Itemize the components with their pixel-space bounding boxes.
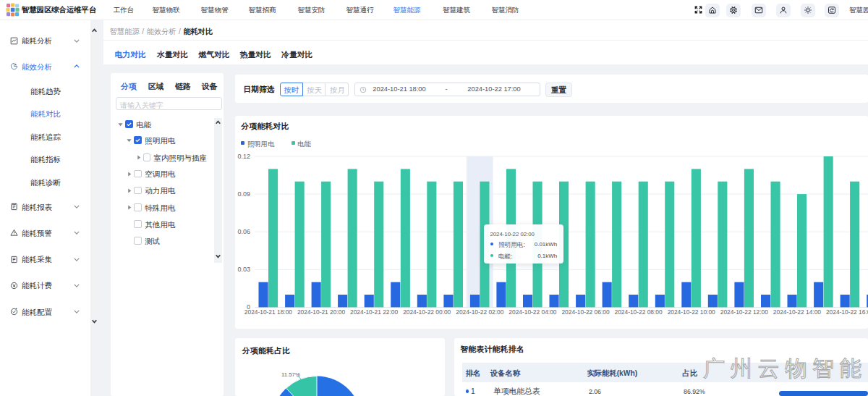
svg-text:2024-10-22 10:00: 2024-10-22 10:00 [668, 308, 715, 316]
svg-text:2024-10-22 02:00: 2024-10-22 02:00 [456, 308, 503, 316]
svg-text:2024-10-21 18:00: 2024-10-21 18:00 [244, 308, 292, 316]
svg-text:0.12: 0.12 [237, 153, 250, 160]
svg-text:2024-10-22 14:00: 2024-10-22 14:00 [773, 308, 821, 316]
svg-text:0.09: 0.09 [237, 190, 250, 198]
svg-text:2024-10-22 00:00: 2024-10-22 00:00 [403, 308, 451, 316]
svg-text:2024-10-22 16:00: 2024-10-22 16:00 [826, 308, 868, 316]
svg-text:2024-10-22 08:00: 2024-10-22 08:00 [615, 308, 663, 316]
svg-text:2024-10-21 20:00: 2024-10-21 20:00 [297, 308, 345, 316]
svg-text:2024-10-21 22:00: 2024-10-21 22:00 [350, 308, 398, 316]
svg-text:0.03: 0.03 [237, 266, 250, 273]
svg-text:2024-10-22 04:00: 2024-10-22 04:00 [509, 308, 556, 316]
svg-text:2024-10-22 06:00: 2024-10-22 06:00 [561, 308, 609, 316]
svg-text:2024-10-22 12:00: 2024-10-22 12:00 [720, 308, 768, 316]
svg-text:0.06: 0.06 [237, 228, 250, 235]
